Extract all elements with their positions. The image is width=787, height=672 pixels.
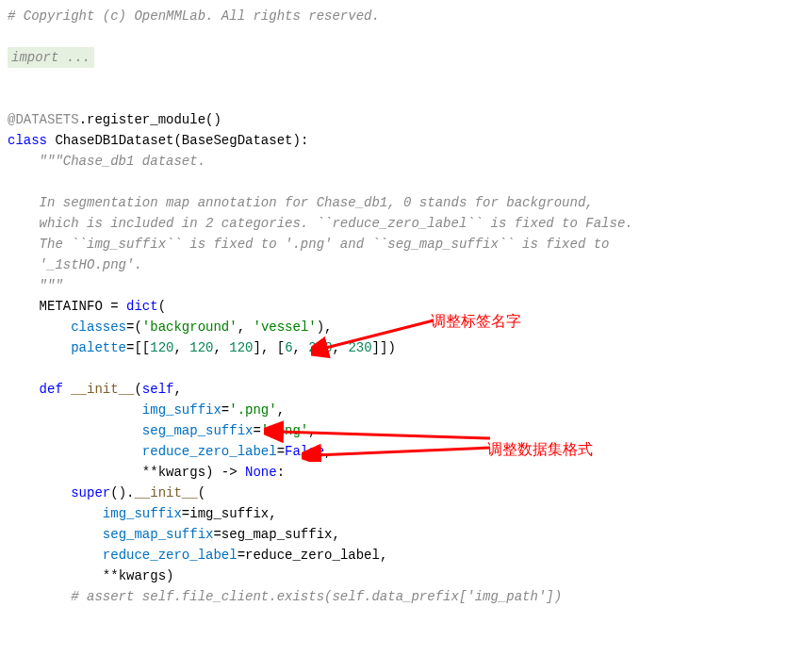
kw-def: def — [8, 382, 71, 397]
decorator: @DATASETS — [8, 112, 79, 127]
docstring: """Chase_db1 dataset. — [8, 154, 205, 169]
classes-param: classes — [8, 320, 126, 335]
init-method: __init__ — [71, 382, 134, 397]
palette-param: palette — [8, 340, 126, 355]
decorator-call: .register_module() — [79, 112, 221, 127]
kw-class: class — [8, 133, 55, 148]
metainfo-var: METAINFO — [8, 299, 103, 314]
comment-assert: # assert self.file_client.exists(self.da… — [8, 589, 562, 604]
comment-copyright: # Copyright (c) OpenMMLab. All rights re… — [8, 8, 380, 24]
code-block: # Copyright (c) OpenMMLab. All rights re… — [0, 0, 787, 613]
base-class: BaseSegDataset — [182, 133, 293, 148]
import-folded[interactable]: import ... — [8, 47, 94, 68]
class-name: ChaseDB1Dataset — [55, 133, 173, 148]
